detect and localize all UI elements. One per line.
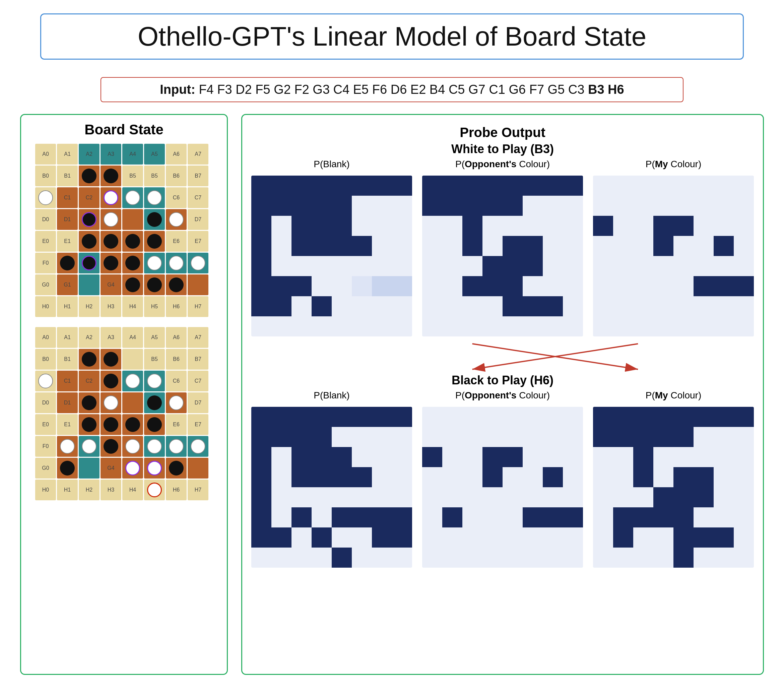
- cell-label: A0: [42, 151, 49, 157]
- probe-cell: [292, 507, 311, 527]
- probe-cell: [502, 447, 523, 467]
- board-cell: H6: [166, 296, 187, 317]
- probe-cell: [292, 487, 311, 507]
- piece: [169, 277, 184, 292]
- probe-cell: [613, 256, 633, 276]
- probe-cell: [502, 407, 523, 427]
- probe-cell: [311, 176, 332, 196]
- probe-cell: [292, 548, 311, 568]
- board-cell: E1: [57, 414, 78, 435]
- piece: [104, 374, 118, 389]
- probe-col-opp-top: P(Opponent's Colour): [422, 159, 583, 336]
- probe-cell: [332, 236, 352, 256]
- board-cell: [79, 253, 99, 273]
- probe-cell: [543, 296, 563, 316]
- probe-cell: [372, 236, 392, 256]
- piece: [147, 461, 162, 476]
- board-cell: A3: [100, 144, 121, 165]
- cell-label: F0: [43, 443, 49, 450]
- probe-cell: [543, 407, 563, 427]
- probe-cell: [392, 296, 412, 316]
- probe-cell: [613, 427, 633, 447]
- probe-cell: [422, 176, 442, 196]
- probe-cell: [442, 296, 462, 316]
- piece: [125, 256, 140, 270]
- probe-cell: [251, 427, 272, 447]
- probe-cell: [272, 276, 292, 296]
- probe-cell: [292, 176, 311, 196]
- probe-cell: [734, 407, 754, 427]
- board-cell: E0: [35, 231, 56, 252]
- board-cell: [79, 458, 99, 479]
- probe-cell: [633, 487, 653, 507]
- probe-cell: [563, 196, 583, 216]
- probe-cell: [734, 236, 754, 256]
- probe-cell: [633, 527, 653, 548]
- probe-cell: [483, 176, 502, 196]
- cell-label: E1: [64, 422, 71, 428]
- probe-cell: [422, 467, 442, 487]
- piece: [125, 277, 140, 292]
- probe-cell: [311, 216, 332, 236]
- cell-label: H3: [107, 304, 114, 310]
- title-box: Othello-GPT's Linear Model of Board Stat…: [40, 13, 744, 60]
- probe-cell: [332, 216, 352, 236]
- board-cell: C7: [188, 187, 208, 208]
- piece: [147, 234, 162, 249]
- board-cell: A5: [144, 144, 165, 165]
- probe-cell: [332, 447, 352, 467]
- probe-cell: [311, 236, 332, 256]
- board-cell: C1: [57, 371, 78, 391]
- board-cell: E0: [35, 414, 56, 435]
- probe-cell: [422, 507, 442, 527]
- probe-cell: [442, 527, 462, 548]
- probe-cell: [653, 447, 674, 467]
- probe-cell: [483, 256, 502, 276]
- board-cell: H6: [166, 479, 187, 500]
- board-cell: B1: [57, 166, 78, 186]
- probe-cell: [442, 507, 462, 527]
- probe-cell: [352, 276, 372, 296]
- board-cell: H0: [35, 296, 56, 317]
- board-cell: D7: [188, 392, 208, 413]
- probe-cell: [674, 407, 693, 427]
- probe-cell: [272, 548, 292, 568]
- probe-cell: [251, 507, 272, 527]
- probe-cell: [543, 176, 563, 196]
- top-board: A0A1A2A3A4A5A6A7B0B1B2B5B5B6B7C0C1C2C6C7…: [35, 144, 213, 317]
- board-cell: A5: [144, 327, 165, 348]
- probe-cell: [543, 316, 563, 336]
- probe-cell: [332, 276, 352, 296]
- probe-cell: [352, 256, 372, 276]
- piece: [125, 190, 140, 205]
- probe-cell: [462, 196, 483, 216]
- board-cell: G0: [35, 275, 56, 295]
- probe-cell: [734, 467, 754, 487]
- probe-cell: [523, 256, 543, 276]
- input-bold-moves: B3 H6: [588, 82, 624, 97]
- board-cell: H5: [144, 479, 165, 500]
- probe-cell: [422, 447, 442, 467]
- probe-cell: [272, 527, 292, 548]
- probe-cell: [272, 316, 292, 336]
- probe-cell: [311, 196, 332, 216]
- cell-label: A4: [129, 334, 136, 341]
- probe-cell: [251, 316, 272, 336]
- board-cell: [144, 436, 165, 457]
- probe-grid-opp-bottom: [422, 407, 583, 568]
- board-cell: E6: [166, 414, 187, 435]
- board-cell: F1: [57, 436, 78, 457]
- probe-cell: [352, 316, 372, 336]
- cell-label: H4: [129, 304, 136, 310]
- probe-cell: [674, 427, 693, 447]
- probe-cell: [272, 467, 292, 487]
- probe-cell: [292, 256, 311, 276]
- probe-cell: [311, 427, 332, 447]
- probe-cell: [693, 447, 714, 467]
- probe-cell: [563, 467, 583, 487]
- board-cell: [144, 231, 165, 252]
- probe-cell: [714, 236, 734, 256]
- cell-label: H2: [86, 304, 92, 310]
- probe-title: Probe Output: [255, 125, 749, 140]
- probe-cell: [422, 407, 442, 427]
